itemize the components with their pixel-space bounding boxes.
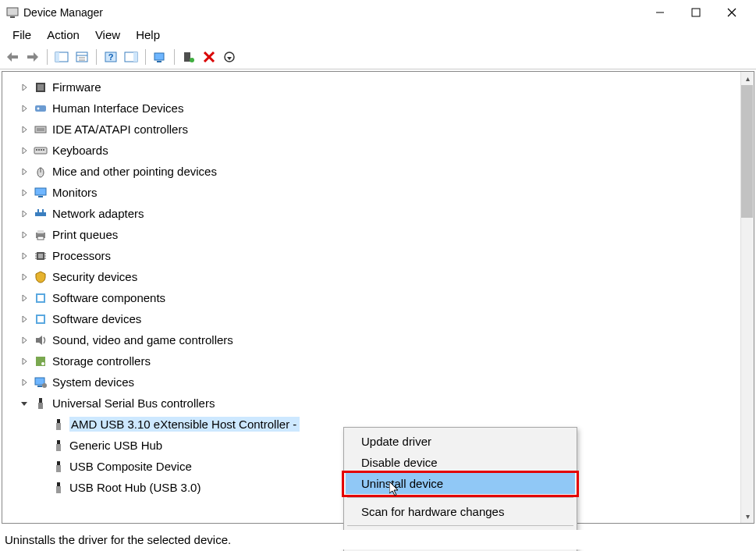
context-menu-item[interactable]: Scan for hardware changes bbox=[346, 501, 575, 522]
tree-category[interactable]: Print queues bbox=[2, 224, 754, 245]
forward-button[interactable] bbox=[23, 48, 42, 66]
scroll-thumb[interactable] bbox=[741, 85, 753, 218]
chevron-right-icon[interactable] bbox=[20, 84, 29, 91]
keyboard-icon bbox=[34, 144, 48, 158]
tree-device-label: USB Root Hub (USB 3.0) bbox=[69, 481, 201, 494]
svg-marker-31 bbox=[23, 105, 27, 112]
svg-rect-73 bbox=[37, 316, 44, 322]
chevron-right-icon[interactable] bbox=[20, 357, 29, 365]
action-pane-button[interactable] bbox=[122, 48, 140, 66]
tree-category[interactable]: IDE ATA/ATAPI controllers bbox=[2, 119, 754, 140]
chevron-right-icon[interactable] bbox=[20, 231, 29, 239]
disable-device-button[interactable] bbox=[220, 48, 239, 66]
tree-category[interactable]: System devices bbox=[2, 371, 754, 393]
tree-category-label: Mice and other pointing devices bbox=[52, 165, 217, 178]
update-driver-button[interactable] bbox=[179, 48, 198, 66]
network-icon bbox=[34, 207, 48, 221]
chevron-right-icon[interactable] bbox=[20, 379, 29, 386]
toolbar: ? bbox=[0, 46, 756, 69]
show-hide-console-tree-button[interactable] bbox=[52, 48, 71, 66]
tree-category[interactable]: Security devices bbox=[2, 266, 754, 287]
svg-rect-32 bbox=[35, 105, 46, 112]
menu-view[interactable]: View bbox=[87, 27, 128, 43]
chevron-down-icon[interactable] bbox=[20, 400, 29, 407]
context-menu-item[interactable]: Update driver bbox=[346, 431, 575, 452]
svg-text:?: ? bbox=[108, 52, 114, 62]
svg-rect-1 bbox=[10, 16, 15, 18]
menu-file[interactable]: File bbox=[5, 27, 39, 43]
tree-category-label: Human Interface Devices bbox=[52, 101, 183, 115]
scan-hardware-button[interactable] bbox=[151, 48, 169, 66]
context-menu-separator bbox=[347, 525, 573, 526]
svg-rect-22 bbox=[184, 52, 190, 62]
svg-marker-27 bbox=[227, 57, 232, 60]
svg-rect-43 bbox=[43, 149, 44, 151]
chevron-right-icon[interactable] bbox=[20, 273, 29, 281]
tree-device-label: AMD USB 3.10 eXtensible Host Controller … bbox=[69, 417, 300, 432]
scroll-down-button[interactable]: ▾ bbox=[741, 510, 754, 523]
tree-device-label: USB Composite Device bbox=[69, 460, 192, 473]
chevron-right-icon[interactable] bbox=[20, 252, 29, 260]
menubar: File Action View Help bbox=[0, 25, 756, 46]
svg-rect-30 bbox=[37, 84, 44, 91]
tree-category[interactable]: Firmware bbox=[2, 76, 754, 98]
tree-category[interactable]: Universal Serial Bus controllers bbox=[2, 393, 754, 414]
window-controls bbox=[642, 2, 750, 23]
chevron-right-icon[interactable] bbox=[20, 189, 29, 197]
svg-rect-89 bbox=[56, 444, 61, 451]
svg-rect-88 bbox=[57, 440, 60, 444]
svg-rect-3 bbox=[692, 9, 700, 16]
status-bar: Uninstalls the driver for the selected d… bbox=[2, 530, 754, 549]
tree-category[interactable]: Processors bbox=[2, 245, 754, 266]
svg-marker-47 bbox=[23, 190, 27, 196]
chevron-right-icon[interactable] bbox=[20, 294, 29, 302]
software-icon bbox=[34, 312, 48, 326]
chevron-right-icon[interactable] bbox=[20, 210, 29, 218]
context-menu-item[interactable]: Uninstall device bbox=[346, 473, 575, 494]
tree-category[interactable]: Software devices bbox=[2, 308, 754, 329]
chevron-right-icon[interactable] bbox=[20, 147, 29, 155]
uninstall-device-button[interactable] bbox=[200, 48, 218, 66]
usb-device-icon bbox=[52, 482, 65, 494]
tree-category-label: Software devices bbox=[52, 312, 141, 325]
scroll-up-button[interactable]: ▴ bbox=[741, 72, 754, 85]
tree-category[interactable]: Storage controllers bbox=[2, 350, 754, 371]
security-icon bbox=[34, 270, 48, 284]
tree-category[interactable]: Human Interface Devices bbox=[2, 98, 754, 119]
monitor-icon bbox=[34, 186, 48, 200]
usb-device-icon bbox=[52, 439, 65, 452]
chevron-right-icon[interactable] bbox=[20, 336, 29, 344]
tree-category[interactable]: Network adapters bbox=[2, 203, 754, 224]
svg-rect-70 bbox=[37, 295, 44, 301]
usb-device-icon bbox=[52, 418, 65, 431]
chevron-right-icon[interactable] bbox=[20, 126, 29, 133]
svg-marker-67 bbox=[23, 274, 27, 280]
maximize-button[interactable] bbox=[678, 2, 714, 23]
back-button[interactable] bbox=[3, 48, 22, 66]
help-button[interactable]: ? bbox=[101, 48, 120, 66]
firmware-icon bbox=[34, 80, 48, 94]
svg-rect-87 bbox=[56, 423, 61, 430]
chevron-right-icon[interactable] bbox=[20, 168, 29, 176]
context-menu-item[interactable]: Disable device bbox=[346, 452, 575, 473]
minimize-button[interactable] bbox=[642, 2, 678, 23]
hid-icon bbox=[34, 101, 48, 116]
tree-category[interactable]: Keyboards bbox=[2, 140, 754, 161]
tree-category[interactable]: Monitors bbox=[2, 182, 754, 203]
tree-category[interactable]: Sound, video and game controllers bbox=[2, 329, 754, 350]
tree-category-label: Keyboards bbox=[52, 144, 108, 157]
svg-rect-90 bbox=[57, 461, 60, 465]
properties-button[interactable] bbox=[73, 48, 91, 66]
menu-help[interactable]: Help bbox=[128, 27, 168, 43]
window-title: Device Manager bbox=[23, 6, 103, 19]
close-button[interactable] bbox=[714, 2, 750, 23]
toolbar-separator bbox=[47, 49, 48, 65]
tree-category[interactable]: Mice and other pointing devices bbox=[2, 161, 754, 182]
svg-rect-35 bbox=[35, 126, 46, 133]
chevron-right-icon[interactable] bbox=[20, 315, 29, 323]
svg-marker-8 bbox=[34, 52, 38, 62]
tree-category[interactable]: Software components bbox=[2, 287, 754, 308]
vertical-scrollbar[interactable]: ▴ ▾ bbox=[740, 72, 754, 523]
chevron-right-icon[interactable] bbox=[20, 105, 29, 112]
menu-action[interactable]: Action bbox=[39, 27, 87, 43]
